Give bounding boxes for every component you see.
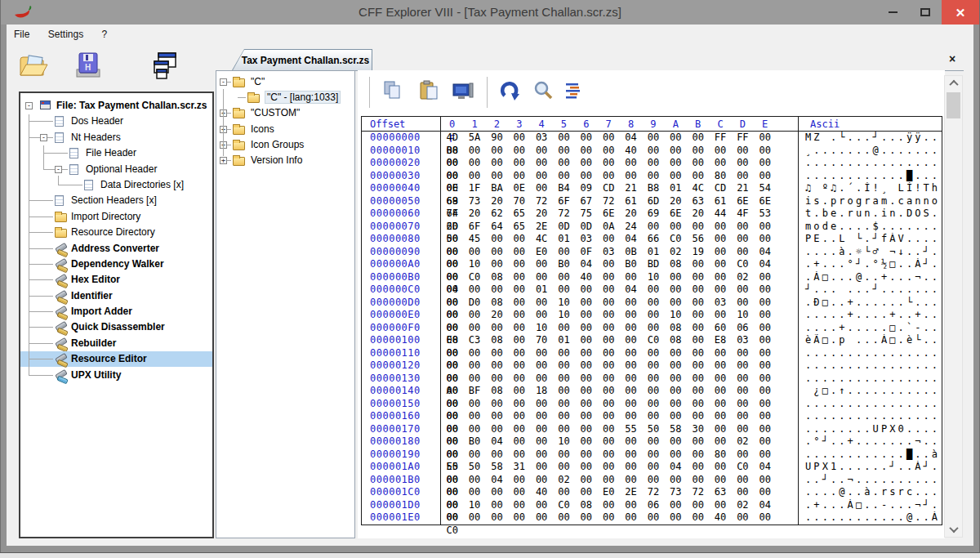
byte-cell[interactable]: 00	[486, 359, 508, 373]
byte-cell[interactable]: 00	[553, 283, 575, 297]
byte-cell[interactable]: 00	[508, 511, 530, 525]
byte-cell[interactable]: 00	[754, 157, 776, 170]
byte-cell[interactable]: 00	[530, 145, 552, 158]
ascii-cell[interactable]: ................	[798, 359, 942, 373]
byte-cell[interactable]: 00	[598, 423, 620, 436]
byte-cell[interactable]: C0	[642, 334, 664, 347]
byte-cell[interactable]: 65	[508, 221, 530, 234]
byte-cell[interactable]: 00	[732, 297, 754, 310]
byte-cell[interactable]: 00	[754, 145, 776, 158]
byte-cell[interactable]: 00	[665, 385, 687, 398]
byte-cell[interactable]: 00	[463, 359, 485, 373]
byte-cell[interactable]: 00	[441, 398, 463, 411]
byte-cell[interactable]: 00	[575, 132, 597, 145]
byte-cell[interactable]: 00	[530, 410, 552, 423]
byte-cell[interactable]: 00	[687, 398, 709, 411]
tree-item-resource-editor[interactable]: Resource Editor	[20, 351, 212, 367]
byte-cells[interactable]: 000000000000000000000000800000E0	[440, 449, 798, 462]
byte-cell[interactable]: 72	[687, 486, 709, 499]
byte-cell[interactable]: 0D	[553, 221, 575, 234]
byte-cell[interactable]: CD	[598, 182, 620, 195]
byte-cell[interactable]: 10	[553, 435, 575, 449]
byte-cells[interactable]: 00000000000000005550583000000000	[440, 423, 798, 436]
ascii-cell[interactable]: ....@..à.rsrc...	[798, 486, 942, 499]
byte-cell[interactable]: 00	[687, 309, 709, 322]
byte-cell[interactable]: 10	[665, 309, 687, 322]
byte-cell[interactable]: 70	[530, 334, 552, 347]
byte-cell[interactable]: 19	[687, 246, 709, 259]
byte-cell[interactable]: 00	[463, 145, 485, 158]
tree-item-dos-header[interactable]: Dos Header	[20, 114, 212, 129]
byte-cell[interactable]: 00	[463, 511, 485, 525]
byte-cell[interactable]: 00	[441, 511, 463, 525]
byte-cell[interactable]: 00	[530, 258, 552, 271]
byte-cell[interactable]: 00	[575, 385, 597, 398]
byte-cell[interactable]: 00	[575, 461, 597, 474]
byte-cell[interactable]: 00	[665, 499, 687, 512]
byte-cell[interactable]: 4D	[441, 132, 463, 145]
byte-cell[interactable]: 02	[665, 246, 687, 259]
byte-cell[interactable]: 00	[754, 410, 776, 423]
byte-cell[interactable]: 4C	[687, 182, 709, 195]
byte-cell[interactable]: 00	[754, 221, 776, 234]
byte-cell[interactable]: 04	[620, 132, 642, 145]
tree-item-upx-utility[interactable]: UPX Utility	[20, 368, 212, 383]
byte-cell[interactable]: 74	[441, 208, 463, 221]
byte-cell[interactable]: 00	[486, 246, 508, 259]
byte-cell[interactable]: C3	[463, 334, 485, 347]
byte-cell[interactable]: 00	[441, 474, 463, 487]
byte-cell[interactable]: 00	[598, 309, 620, 322]
resource-item-version-info[interactable]: +Version Info	[216, 153, 354, 168]
byte-cell[interactable]: 00	[732, 423, 754, 436]
byte-cell[interactable]: 0B	[620, 246, 642, 259]
byte-cell[interactable]: 00	[754, 283, 776, 297]
byte-cell[interactable]: 40	[709, 511, 731, 525]
ascii-cell[interactable]: ....à.☼└♂ ¬↓..┘.	[798, 246, 942, 259]
byte-cell[interactable]: 00	[709, 499, 731, 512]
byte-cell[interactable]: 00	[598, 347, 620, 360]
byte-cell[interactable]: 00	[463, 170, 485, 183]
byte-cell[interactable]: 00	[441, 309, 463, 322]
byte-cell[interactable]: 00	[642, 297, 664, 310]
byte-cell[interactable]: 00	[709, 283, 731, 297]
byte-cell[interactable]: 40	[530, 486, 552, 499]
byte-cell[interactable]: 04	[754, 461, 776, 474]
byte-cell[interactable]: 00	[598, 410, 620, 423]
byte-cell[interactable]: 08	[665, 322, 687, 335]
byte-cell[interactable]: 00	[732, 398, 754, 411]
byte-cell[interactable]: C0	[732, 461, 754, 474]
byte-cell[interactable]: 02	[732, 499, 754, 512]
cascade-windows-button[interactable]	[147, 51, 180, 82]
byte-cell[interactable]: 00	[754, 373, 776, 386]
byte-cell[interactable]: 00	[754, 170, 776, 183]
byte-cell[interactable]: 20	[665, 195, 687, 208]
ascii-cell[interactable]: ¿□.↑...........	[798, 385, 942, 398]
byte-cell[interactable]: 00	[553, 132, 575, 145]
byte-cell[interactable]: 30	[687, 423, 709, 436]
byte-cell[interactable]: 00	[732, 170, 754, 183]
byte-cell[interactable]: 18	[530, 385, 552, 398]
byte-cell[interactable]: 63	[709, 486, 731, 499]
byte-cell[interactable]: 00	[553, 385, 575, 398]
byte-cell[interactable]: 00	[754, 233, 776, 246]
byte-cell[interactable]: 20	[463, 208, 485, 221]
byte-cell[interactable]: 00	[575, 334, 597, 347]
byte-cell[interactable]: 00	[441, 258, 463, 271]
byte-cell[interactable]: 54	[754, 182, 776, 195]
goto-offset-button[interactable]	[562, 78, 586, 103]
byte-cell[interactable]: 00	[463, 423, 485, 436]
byte-cell[interactable]: 00	[575, 511, 597, 525]
byte-cell[interactable]: 00	[553, 486, 575, 499]
byte-cell[interactable]: 00	[575, 322, 597, 335]
byte-cell[interactable]: 00	[665, 511, 687, 525]
byte-cells[interactable]: 00000000000000000000000000000000	[440, 410, 798, 423]
menu-file[interactable]: File	[7, 25, 37, 46]
byte-cell[interactable]: 00	[463, 410, 485, 423]
byte-cell[interactable]: 01	[553, 233, 575, 246]
byte-cell[interactable]: 00	[642, 132, 664, 145]
tree-item-import-directory[interactable]: Import Directory	[20, 209, 212, 225]
byte-cell[interactable]: 00	[530, 511, 552, 525]
byte-cell[interactable]: 00	[553, 246, 575, 259]
byte-cell[interactable]: 00	[687, 170, 709, 183]
byte-cell[interactable]: BD	[642, 258, 664, 271]
